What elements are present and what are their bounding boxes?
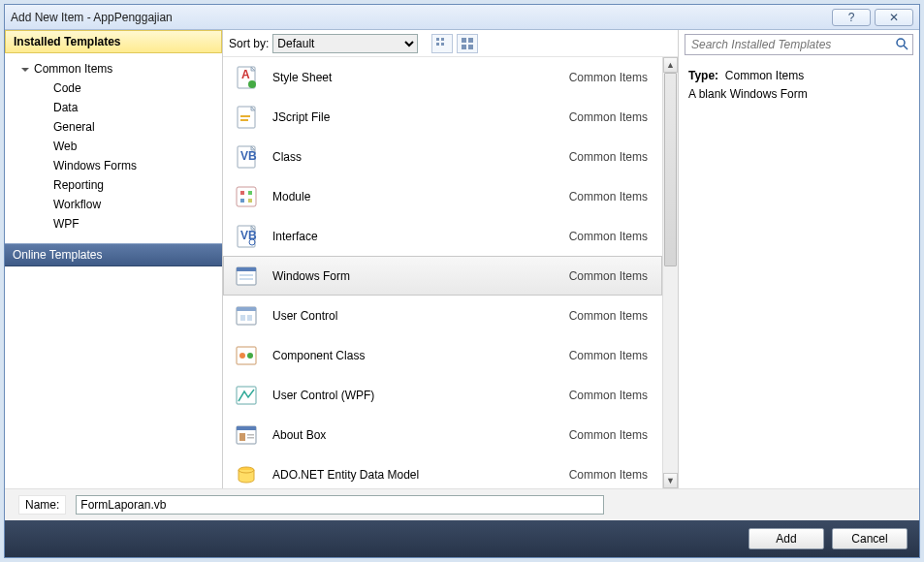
svg-rect-7 bbox=[468, 45, 473, 49]
svg-rect-16 bbox=[237, 187, 256, 206]
template-item-name: Module bbox=[272, 190, 569, 203]
jscript-icon bbox=[234, 105, 259, 130]
tree-item-wpf[interactable]: WPF bbox=[15, 214, 222, 234]
template-item-name: Interface bbox=[272, 230, 569, 243]
description-text: A blank Windows Form bbox=[688, 85, 909, 104]
template-item-category: Common Items bbox=[569, 349, 652, 362]
template-item-component-class[interactable]: Component ClassCommon Items bbox=[223, 335, 662, 375]
template-item-name: Style Sheet bbox=[272, 71, 569, 84]
help-button[interactable]: ? bbox=[832, 9, 871, 26]
add-button[interactable]: Add bbox=[749, 528, 824, 549]
template-item-category: Common Items bbox=[569, 190, 652, 203]
view-small-icons-button[interactable] bbox=[431, 34, 453, 53]
tree-item-web[interactable]: Web bbox=[15, 137, 222, 156]
svg-text:VB: VB bbox=[240, 149, 257, 163]
list-toolbar: Sort by: Default bbox=[223, 30, 678, 57]
view-medium-icons-button[interactable] bbox=[457, 34, 478, 53]
svg-point-34 bbox=[247, 353, 253, 359]
svg-rect-4 bbox=[462, 38, 466, 43]
name-input[interactable] bbox=[76, 495, 604, 515]
sort-by-select[interactable]: Default bbox=[272, 34, 418, 53]
interface-icon: VB bbox=[234, 224, 259, 249]
list-scrollbar[interactable]: ▲ ▼ bbox=[662, 57, 678, 488]
svg-rect-40 bbox=[247, 437, 254, 439]
tree-item-workflow[interactable]: Workflow bbox=[15, 195, 222, 214]
svg-rect-26 bbox=[239, 274, 253, 276]
template-tree: Common Items CodeDataGeneralWebWindows F… bbox=[5, 53, 222, 243]
tree-item-code[interactable]: Code bbox=[15, 78, 222, 98]
dialog-footer: Add Cancel bbox=[5, 520, 919, 557]
svg-point-43 bbox=[897, 39, 905, 47]
dialog-window: Add New Item - AppPenggajian ? ✕ Install… bbox=[4, 4, 920, 558]
form-icon bbox=[234, 264, 259, 289]
template-item-windows-form[interactable]: Windows FormCommon Items bbox=[223, 256, 662, 296]
window-title: Add New Item - AppPenggajian bbox=[11, 11, 828, 24]
component-icon bbox=[234, 343, 259, 368]
scroll-up-button[interactable]: ▲ bbox=[663, 57, 678, 73]
svg-rect-2 bbox=[436, 43, 439, 46]
svg-rect-6 bbox=[462, 45, 466, 49]
tree-root-common-items[interactable]: Common Items bbox=[15, 59, 222, 78]
template-item-interface[interactable]: VBInterfaceCommon Items bbox=[223, 216, 662, 256]
search-input[interactable] bbox=[689, 37, 895, 52]
template-item-ado-net-entity-data-model[interactable]: ADO.NET Entity Data ModelCommon Items bbox=[223, 454, 662, 488]
template-item-category: Common Items bbox=[569, 230, 652, 243]
svg-rect-18 bbox=[248, 191, 252, 195]
tree-item-data[interactable]: Data bbox=[15, 98, 222, 117]
svg-rect-25 bbox=[237, 267, 256, 271]
template-description: Type: Common Items A blank Windows Form bbox=[679, 59, 919, 111]
scroll-down-button[interactable]: ▼ bbox=[663, 473, 678, 488]
dialog-body: Installed Templates Common Items CodeDat… bbox=[5, 30, 919, 557]
type-value: Common Items bbox=[725, 69, 804, 82]
installed-templates-header[interactable]: Installed Templates bbox=[5, 30, 222, 53]
template-item-about-box[interactable]: About BoxCommon Items bbox=[223, 415, 662, 454]
sort-by-label: Sort by: bbox=[229, 37, 269, 50]
template-item-class[interactable]: VBClassCommon Items bbox=[223, 137, 662, 176]
close-button[interactable]: ✕ bbox=[875, 9, 913, 26]
template-item-jscript-file[interactable]: JScript FileCommon Items bbox=[223, 97, 662, 137]
svg-rect-3 bbox=[441, 43, 444, 46]
svg-rect-19 bbox=[240, 199, 244, 203]
template-item-name: JScript File bbox=[272, 110, 569, 124]
online-templates-header[interactable]: Online Templates bbox=[5, 243, 222, 266]
template-item-module[interactable]: ModuleCommon Items bbox=[223, 176, 662, 216]
template-item-user-control-wpf-[interactable]: User Control (WPF)Common Items bbox=[223, 375, 662, 415]
scroll-thumb[interactable] bbox=[664, 73, 677, 266]
svg-rect-37 bbox=[237, 426, 256, 430]
ado-icon bbox=[234, 462, 259, 487]
svg-rect-27 bbox=[239, 278, 253, 280]
svg-rect-30 bbox=[240, 315, 245, 321]
template-item-category: Common Items bbox=[569, 110, 652, 124]
svg-rect-29 bbox=[237, 307, 256, 311]
svg-rect-20 bbox=[248, 199, 252, 203]
template-item-category: Common Items bbox=[569, 389, 652, 402]
template-item-category: Common Items bbox=[569, 309, 652, 323]
svg-rect-12 bbox=[240, 115, 250, 117]
tree-item-general[interactable]: General bbox=[15, 117, 222, 137]
template-item-category: Common Items bbox=[569, 71, 652, 84]
svg-rect-1 bbox=[441, 38, 444, 41]
collapse-arrow-icon bbox=[20, 64, 30, 74]
tree-item-reporting[interactable]: Reporting bbox=[15, 175, 222, 195]
svg-line-44 bbox=[904, 46, 908, 49]
search-icon[interactable] bbox=[895, 37, 908, 53]
module-icon bbox=[234, 184, 259, 209]
svg-rect-13 bbox=[240, 119, 248, 121]
svg-rect-5 bbox=[468, 38, 473, 43]
svg-text:A: A bbox=[241, 68, 250, 81]
template-list: AStyle SheetCommon ItemsJScript FileComm… bbox=[223, 57, 678, 488]
template-item-category: Common Items bbox=[569, 269, 652, 283]
stylesheet-icon: A bbox=[234, 65, 259, 90]
svg-point-33 bbox=[239, 353, 245, 359]
template-item-user-control[interactable]: User ControlCommon Items bbox=[223, 296, 662, 335]
cancel-button[interactable]: Cancel bbox=[832, 528, 908, 549]
name-label: Name: bbox=[18, 495, 66, 515]
template-item-name: User Control bbox=[272, 309, 569, 323]
usercontrol-icon bbox=[234, 303, 259, 328]
template-item-style-sheet[interactable]: AStyle SheetCommon Items bbox=[223, 57, 662, 97]
template-item-name: ADO.NET Entity Data Model bbox=[272, 468, 569, 482]
search-box[interactable] bbox=[685, 34, 913, 55]
tree-item-windows-forms[interactable]: Windows Forms bbox=[15, 156, 222, 175]
template-item-category: Common Items bbox=[569, 468, 652, 482]
wpfuc-icon bbox=[234, 383, 259, 408]
